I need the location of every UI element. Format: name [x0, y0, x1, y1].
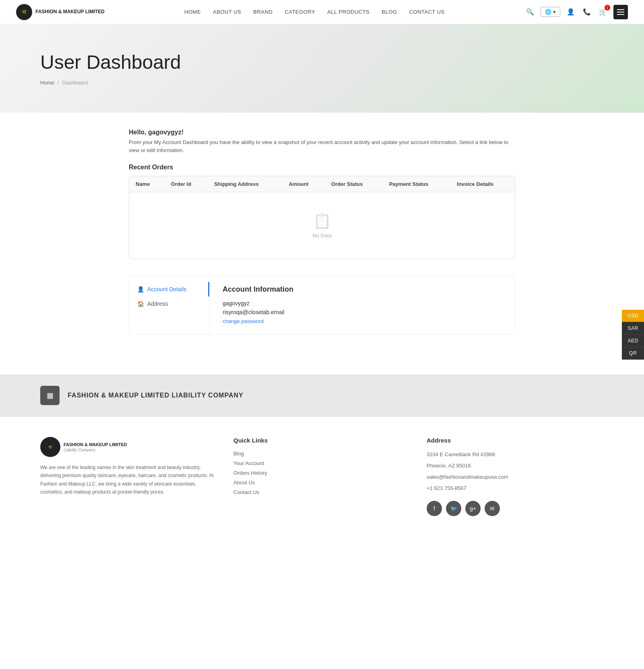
cart-badge: 1: [605, 5, 610, 10]
page-title: User Dashboard: [40, 51, 604, 73]
address-line2: Phoenix, AZ 85016: [427, 461, 604, 470]
account-button[interactable]: 👤: [565, 6, 576, 17]
language-selector[interactable]: 🌐 ▾: [541, 7, 560, 17]
list-item: Your Account: [233, 460, 411, 466]
nav-category[interactable]: CATEGORY: [285, 9, 315, 15]
account-icon: 👤: [137, 286, 144, 292]
address-line1: 3104 E Camelback Rd #2868: [427, 450, 604, 459]
site-logo[interactable]: 🌿 FASHION & MAKEUP LIMITED: [16, 4, 105, 20]
account-info-title: Account Information: [223, 285, 502, 294]
search-button[interactable]: 🔍: [524, 6, 536, 17]
brand-icon: ▦: [40, 386, 60, 405]
footer-link-contact[interactable]: Contact Us: [233, 489, 259, 495]
footer-logo-icon: 🌿: [48, 445, 52, 449]
cart-icon-wrapper: 🛒 1: [597, 6, 609, 17]
nav-actions: 🔍 🌐 ▾ 👤 📞 🛒 1: [524, 5, 628, 19]
list-item: About Us: [233, 479, 411, 486]
cart-wrapper: 📞: [581, 6, 592, 17]
col-invoice: Invoice Details: [450, 176, 515, 192]
sidebar-address[interactable]: 🏠 Address: [129, 296, 209, 311]
globe-chevron: ▾: [553, 9, 556, 15]
no-data-icon: 📋: [149, 212, 495, 229]
account-email: risyroqa@closetab.email: [223, 309, 502, 315]
footer-link-account[interactable]: Your Account: [233, 460, 264, 466]
recent-orders-section: Recent Orders Name Order Id Shipping Add…: [129, 164, 515, 259]
address-title: Address: [427, 437, 604, 444]
footer-logo-section: 🌿 FASHION & MAKEUP LIMITED Liability Com…: [40, 437, 217, 516]
footer: 🌿 FASHION & MAKEUP LIMITED Liability Com…: [0, 416, 644, 528]
greeting-text: Hello, gagovygyz!: [129, 129, 515, 136]
social-icons: f 🐦 g+ ✉: [427, 501, 604, 516]
footer-link-blog[interactable]: Blog: [233, 451, 244, 457]
no-data-text: No Data: [149, 233, 495, 239]
brand-icon-symbol: ▦: [47, 391, 54, 400]
address-icon: 🏠: [137, 301, 144, 307]
logo-text: FASHION & MAKEUP LIMITED: [35, 9, 105, 14]
footer-email: sales@fashionandmakeupusa.com: [427, 473, 604, 482]
footer-logo: 🌿 FASHION & MAKEUP LIMITED Liability Com…: [40, 437, 217, 457]
col-shipping: Shipping Address: [208, 176, 283, 192]
col-name: Name: [129, 176, 165, 192]
breadcrumb-separator: /: [58, 80, 59, 86]
address-label: Address: [147, 301, 168, 307]
currency-usd[interactable]: USD: [622, 310, 644, 322]
hamburger-button[interactable]: [613, 5, 628, 19]
col-order-id: Order Id: [165, 176, 208, 192]
footer-description: We are one of the leading names in the s…: [40, 463, 217, 496]
nav-all-products[interactable]: ALL PRODUCTS: [327, 9, 369, 15]
account-details-label: Account Details: [147, 286, 186, 292]
change-password-link[interactable]: change password: [223, 318, 264, 324]
googleplus-icon[interactable]: g+: [465, 501, 481, 516]
footer-link-about[interactable]: About Us: [233, 480, 255, 486]
table-row: 📋 No Data: [129, 192, 515, 259]
brand-name: FASHION & MAKEUP LIMITED LIABILITY COMPA…: [68, 392, 244, 399]
list-item: Contact Us: [233, 489, 411, 495]
hamburger-line-2: [617, 12, 624, 12]
nav-brand[interactable]: BRAND: [253, 9, 272, 15]
globe-icon: 🌐: [545, 9, 551, 15]
nav-home[interactable]: HOME: [184, 9, 201, 15]
footer-logo-text: FASHION & MAKEUP LIMITED: [64, 442, 127, 447]
breadcrumb-home[interactable]: Home: [40, 80, 54, 86]
logo-icon: 🌿: [22, 10, 27, 14]
breadcrumb-current: Dashboard: [62, 80, 88, 86]
nav-contact[interactable]: CONTACT US: [409, 9, 444, 15]
quick-links-title: Quick Links: [233, 437, 411, 444]
account-sidebar: 👤 Account Details 🏠 Address: [129, 276, 210, 334]
currency-aed[interactable]: AED: [622, 335, 644, 347]
table-header-row: Name Order Id Shipping Address Amount Or…: [129, 176, 515, 192]
main-nav: 🌿 FASHION & MAKEUP LIMITED HOME ABOUT US…: [0, 0, 644, 24]
account-main: Account Information gagovygyz risyroqa@c…: [210, 276, 515, 334]
main-content: Hello, gagovygyz! From your My Account D…: [121, 113, 523, 375]
facebook-icon[interactable]: f: [427, 501, 442, 516]
footer-grid: 🌿 FASHION & MAKEUP LIMITED Liability Com…: [40, 437, 604, 516]
currency-sar[interactable]: SAR: [622, 322, 644, 335]
greeting-section: Hello, gagovygyz! From your My Account D…: [129, 129, 515, 154]
footer-brand-bar: ▦ FASHION & MAKEUP LIMITED LIABILITY COM…: [0, 375, 644, 416]
twitter-icon[interactable]: 🐦: [446, 501, 461, 516]
footer-logo-sub: Liability Company: [64, 448, 127, 452]
sidebar-account-details[interactable]: 👤 Account Details: [129, 282, 209, 296]
footer-link-orders[interactable]: Orders History: [233, 470, 267, 476]
footer-logo-text-wrapper: FASHION & MAKEUP LIMITED Liability Compa…: [64, 442, 127, 452]
hero-banner: User Dashboard Home / Dashboard: [0, 24, 644, 113]
nav-about[interactable]: ABOUT US: [213, 9, 241, 15]
hamburger-line-3: [617, 14, 624, 15]
orders-table-wrapper: Name Order Id Shipping Address Amount Or…: [129, 176, 515, 259]
logo-image: 🌿: [16, 4, 32, 20]
list-item: Blog: [233, 450, 411, 457]
col-order-status: Order Status: [325, 176, 383, 192]
account-section: 👤 Account Details 🏠 Address Account Info…: [129, 275, 515, 334]
cart-button[interactable]: 📞: [581, 6, 592, 17]
email-icon[interactable]: ✉: [485, 501, 500, 516]
no-data-cell: 📋 No Data: [129, 192, 515, 259]
footer-logo-image: 🌿: [40, 437, 60, 457]
hamburger-line-1: [617, 9, 624, 10]
nav-blog[interactable]: BLOG: [382, 9, 397, 15]
list-item: Orders History: [233, 469, 411, 476]
footer-quick-links: Quick Links Blog Your Account Orders His…: [233, 437, 411, 516]
currency-qr[interactable]: QR: [622, 347, 644, 360]
recent-orders-title: Recent Orders: [129, 164, 515, 171]
quick-links-list: Blog Your Account Orders History About U…: [233, 450, 411, 495]
orders-table: Name Order Id Shipping Address Amount Or…: [129, 176, 515, 259]
